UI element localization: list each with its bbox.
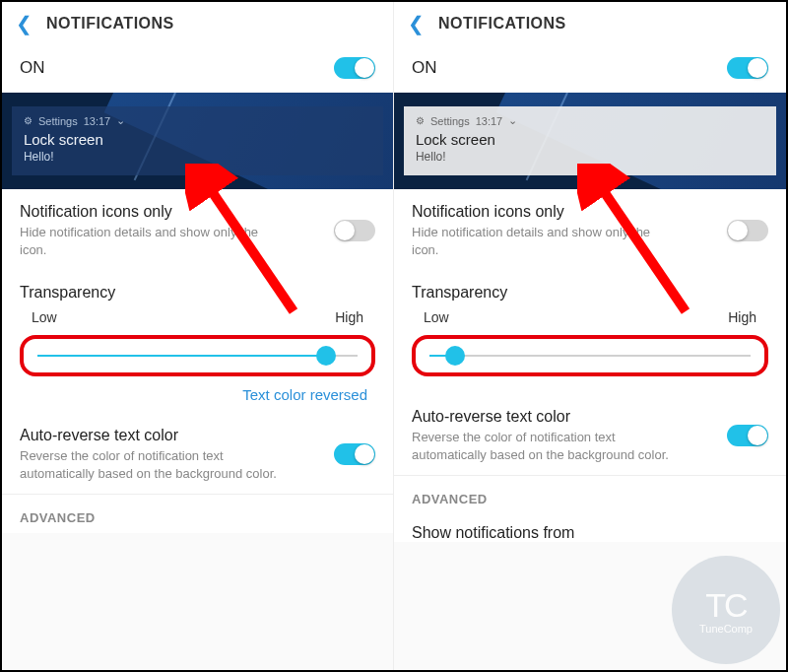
svg-line-1 [595, 178, 686, 311]
chevron-down-icon: ⌄ [116, 114, 125, 127]
transparency-high-label: High [728, 309, 756, 325]
master-toggle-label: ON [20, 58, 45, 78]
advanced-header: ADVANCED [2, 495, 393, 533]
page-title: NOTIFICATIONS [46, 15, 174, 33]
annotation-arrow-icon [577, 164, 695, 321]
transparency-slider[interactable] [429, 355, 751, 357]
auto-reverse-row[interactable]: Auto-reverse text color Reverse the colo… [2, 413, 393, 494]
auto-reverse-row[interactable]: Auto-reverse text color Reverse the colo… [394, 394, 786, 475]
notif-body: Hello! [24, 150, 371, 164]
advanced-header: ADVANCED [394, 476, 786, 514]
notif-app: Settings [430, 115, 470, 127]
watermark-initials: TC [705, 586, 746, 625]
annotation-arrow-icon [185, 164, 303, 321]
notif-title: Lock screen [416, 131, 764, 148]
icons-only-toggle[interactable] [727, 220, 768, 241]
transparency-low-label: Low [32, 309, 57, 325]
master-toggle-label: ON [412, 58, 437, 78]
master-toggle-row: ON [2, 43, 393, 93]
chevron-down-icon: ⌄ [508, 114, 517, 127]
auto-reverse-desc: Reverse the color of notification text a… [412, 429, 672, 463]
header: ❮ NOTIFICATIONS [394, 2, 786, 43]
transparency-slider-highlight [412, 335, 768, 376]
transparency-slider-highlight [20, 335, 375, 376]
notif-time: 13:17 [84, 115, 111, 127]
settings-icon: ⚙ [24, 115, 33, 126]
icons-only-toggle[interactable] [334, 220, 375, 241]
transparency-slider[interactable] [37, 355, 358, 357]
page-title: NOTIFICATIONS [438, 15, 566, 33]
notif-body: Hello! [416, 150, 764, 164]
back-icon[interactable]: ❮ [408, 12, 425, 35]
master-toggle-row: ON [394, 43, 786, 93]
watermark-label: TuneComp [699, 623, 753, 635]
watermark-logo: TC TuneComp [672, 556, 780, 664]
settings-icon: ⚙ [416, 115, 425, 126]
auto-reverse-toggle[interactable] [334, 443, 375, 465]
show-notifications-from-title[interactable]: Show notifications from [394, 514, 786, 542]
auto-reverse-toggle[interactable] [727, 425, 768, 446]
header: ❮ NOTIFICATIONS [2, 2, 393, 43]
transparency-high-label: High [335, 309, 363, 325]
master-toggle[interactable] [334, 57, 375, 79]
notif-app: Settings [38, 115, 78, 127]
auto-reverse-title: Auto-reverse text color [412, 408, 717, 426]
auto-reverse-desc: Reverse the color of notification text a… [20, 447, 279, 482]
transparency-low-label: Low [424, 309, 449, 325]
svg-line-0 [203, 178, 294, 311]
master-toggle[interactable] [727, 57, 768, 79]
notif-title: Lock screen [24, 131, 371, 148]
left-panel: ❮ NOTIFICATIONS ON ⚙ Settings 13:17 ⌄ Lo… [2, 2, 394, 670]
text-color-reversed-label: Text color reversed [20, 384, 375, 403]
notif-time: 13:17 [476, 115, 503, 127]
auto-reverse-title: Auto-reverse text color [20, 427, 324, 444]
back-icon[interactable]: ❮ [16, 12, 33, 35]
